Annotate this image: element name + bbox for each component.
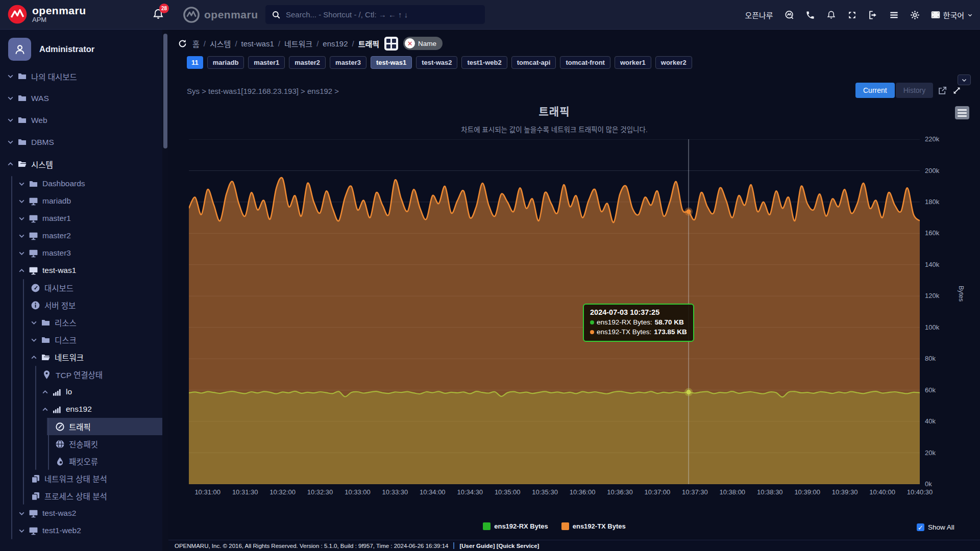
sidebar-item-네트워크[interactable]: 네트워크 [0, 348, 162, 366]
server-tag-worker2[interactable]: worker2 [655, 56, 692, 69]
scrollbar-thumb[interactable] [163, 34, 167, 148]
server-tag-test1-web2[interactable]: test1-web2 [461, 56, 507, 69]
folder-icon [41, 318, 51, 328]
footer-links[interactable]: [User Guide] [Quick Service] [459, 543, 539, 549]
droplet-icon [55, 457, 65, 466]
sidebar-item-ens192[interactable]: ens192 [0, 400, 162, 418]
x-axis-tick: 10:32:00 [262, 488, 303, 496]
folder-icon [17, 71, 27, 81]
traffic-chart[interactable]: 10:31:0010:31:3010:32:0010:32:3010:33:00… [189, 139, 920, 484]
phone-icon[interactable] [805, 10, 815, 20]
server-tag-master3[interactable]: master3 [330, 56, 366, 69]
sidebar-item-프로세스-상태-분석[interactable]: 프로세스 상태 분석 [0, 487, 162, 505]
y-axis-tick: 60k [925, 386, 950, 394]
sidebar-item-web[interactable]: Web [0, 109, 162, 131]
app-logo[interactable]: openmaru APM [7, 4, 86, 24]
legend-item-ens192-rx-bytes[interactable]: ens192-RX Bytes [483, 522, 548, 530]
x-axis-tick: 10:40:00 [862, 488, 903, 496]
filter-tag-name[interactable]: ✕ Name [403, 37, 443, 50]
sidebar-item-dbms[interactable]: DBMS [0, 131, 162, 153]
sidebar-item-master3[interactable]: master3 [0, 244, 162, 262]
server-tag-mariadb[interactable]: mariadb [207, 56, 244, 69]
search-input[interactable] [286, 10, 479, 19]
chevron-up-icon [31, 354, 37, 361]
gear-icon[interactable] [910, 10, 920, 20]
current-button[interactable]: Current [855, 83, 895, 98]
sidebar-item-전송패킷[interactable]: 전송패킷 [0, 435, 162, 453]
sidebar-item-대시보드[interactable]: 대시보드 [0, 279, 162, 296]
sidebar-item-label: 네트워크 [55, 352, 84, 363]
sidebar-item-서버-정보[interactable]: 서버 정보 [0, 296, 162, 314]
sidebar-item-test-was2[interactable]: test-was2 [0, 505, 162, 522]
breadcrumb-item-ens192[interactable]: ens192 [323, 39, 348, 48]
fullscreen-icon[interactable] [952, 86, 962, 95]
breadcrumb-item-홈[interactable]: 홈 [192, 38, 200, 49]
sidebar-item-패킷오류[interactable]: 패킷오류 [0, 453, 162, 470]
server-tag-tomcat-front[interactable]: tomcat-front [560, 56, 610, 69]
bell-icon[interactable] [826, 10, 836, 20]
server-tag-tomcat-api[interactable]: tomcat-api [511, 56, 556, 69]
show-all-checkbox[interactable]: ✓ Show All [917, 523, 954, 531]
legend-item-ens192-tx-bytes[interactable]: ens192-TX Bytes [561, 522, 626, 530]
global-search [265, 5, 485, 24]
x-axis-tick: 10:37:30 [674, 488, 715, 496]
breadcrumb-item-시스템[interactable]: 시스템 [210, 38, 231, 49]
notification-bell[interactable]: 28 [152, 8, 165, 21]
server-tag-master1[interactable]: master1 [248, 56, 285, 69]
sidebar-item-label: 네트워크 상태 분석 [44, 473, 107, 484]
sidebar-item-master2[interactable]: master2 [0, 227, 162, 244]
sidebar-item-master1[interactable]: master1 [0, 210, 162, 227]
sidebar-item-was[interactable]: WAS [0, 87, 162, 109]
chevron-down-icon [7, 73, 14, 80]
chevron-up-icon [42, 389, 48, 395]
x-axis-tick: 10:32:30 [300, 488, 340, 496]
refresh-icon[interactable] [178, 39, 187, 48]
sidebar-item-트래픽[interactable]: 트래픽 [47, 418, 162, 435]
history-button[interactable]: History [896, 83, 934, 98]
folder-icon [29, 179, 38, 189]
breadcrumb-item-네트워크[interactable]: 네트워크 [284, 38, 312, 49]
apm-logo-icon[interactable] [785, 10, 794, 20]
chart-canvas[interactable] [189, 139, 920, 484]
grid-view-icon[interactable] [384, 37, 398, 51]
chevron-down-icon [31, 337, 37, 343]
sidebar-item-label: 서버 정보 [44, 299, 76, 311]
tree-guide-line [11, 176, 12, 539]
language-selector[interactable]: 한국어 [931, 10, 973, 20]
sidebar-item-시스템[interactable]: 시스템 [0, 153, 162, 175]
expand-arrows-icon[interactable] [847, 10, 857, 20]
sidebar-item-tcp-연결상태[interactable]: TCP 연결상태 [0, 366, 162, 383]
sidebar-item-리소스[interactable]: 리소스 [0, 314, 162, 331]
sidebar-item-test1-web2[interactable]: test1-web2 [0, 522, 162, 539]
sidebar-item-label: 프로세스 상태 분석 [44, 490, 107, 502]
sidebar-item-디스크[interactable]: 디스크 [0, 331, 162, 348]
sidebar-item-나의-대시보드[interactable]: 나의 대시보드 [0, 65, 162, 87]
y-axis-tick: 220k [925, 135, 950, 143]
user-card[interactable]: Administrator [8, 38, 94, 61]
server-tag-worker1[interactable]: worker1 [615, 56, 651, 69]
chart-toolbox-icon[interactable] [955, 106, 969, 119]
sidebar-item-mariadb[interactable]: mariadb [0, 192, 162, 210]
sidebar-item-test-was1[interactable]: test-was1 [0, 262, 162, 279]
sidebar-item-dashboards[interactable]: Dashboards [0, 175, 162, 192]
external-link-icon[interactable] [938, 86, 947, 95]
breadcrumb-item-test-was1[interactable]: test-was1 [241, 39, 274, 48]
sidebar-item-네트워크-상태-분석[interactable]: 네트워크 상태 분석 [0, 470, 162, 487]
server-tag-test-was2[interactable]: test-was2 [416, 56, 457, 69]
sidebar-scrollbar[interactable] [162, 30, 168, 551]
menu-icon[interactable] [889, 10, 899, 20]
server-tag-master2[interactable]: master2 [289, 56, 326, 69]
sidebar-item-label: test-was2 [42, 509, 76, 518]
chevron-down-icon [967, 12, 973, 18]
logged-in-user[interactable]: 오픈나루 [745, 10, 773, 20]
folder-icon [17, 137, 27, 147]
remove-filter-icon[interactable]: ✕ [405, 38, 415, 48]
chevron-down-icon [961, 77, 967, 83]
sidebar-item-lo[interactable]: lo [0, 383, 162, 400]
sidebar-item-label: master2 [42, 231, 71, 240]
sign-out-icon[interactable] [868, 10, 878, 20]
folder-icon [17, 115, 27, 125]
sidebar-item-label: WAS [31, 94, 49, 103]
signal-icon [52, 405, 62, 414]
server-tag-test-was1[interactable]: test-was1 [371, 56, 412, 69]
